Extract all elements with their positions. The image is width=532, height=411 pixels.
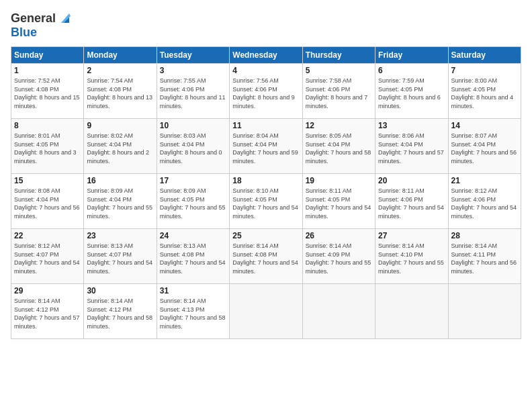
- day-number: 15: [14, 176, 81, 185]
- day-info: Sunrise: 8:12 AMSunset: 4:07 PMDaylight:…: [14, 242, 81, 275]
- day-number: 12: [306, 121, 372, 130]
- day-info: Sunrise: 8:11 AMSunset: 4:05 PMDaylight:…: [306, 187, 372, 220]
- day-info: Sunrise: 8:12 AMSunset: 4:06 PMDaylight:…: [451, 187, 518, 220]
- calendar-week-1: 1Sunrise: 7:52 AMSunset: 4:08 PMDaylight…: [11, 64, 521, 119]
- calendar-cell: 13Sunrise: 8:06 AMSunset: 4:04 PMDayligh…: [375, 119, 448, 174]
- logo-icon: [57, 11, 72, 26]
- calendar-week-4: 22Sunrise: 8:12 AMSunset: 4:07 PMDayligh…: [11, 229, 521, 284]
- day-number: 9: [87, 121, 153, 130]
- calendar-cell: 28Sunrise: 8:14 AMSunset: 4:11 PMDayligh…: [448, 229, 521, 284]
- calendar-cell: 27Sunrise: 8:14 AMSunset: 4:10 PMDayligh…: [375, 229, 448, 284]
- calendar-cell: 30Sunrise: 8:14 AMSunset: 4:12 PMDayligh…: [84, 284, 157, 339]
- calendar-cell: 1Sunrise: 7:52 AMSunset: 4:08 PMDaylight…: [11, 64, 84, 119]
- calendar-cell: 23Sunrise: 8:13 AMSunset: 4:07 PMDayligh…: [84, 229, 157, 284]
- calendar-week-5: 29Sunrise: 8:14 AMSunset: 4:12 PMDayligh…: [11, 284, 521, 339]
- calendar-cell: 6Sunrise: 7:59 AMSunset: 4:05 PMDaylight…: [375, 64, 448, 119]
- day-info: Sunrise: 7:59 AMSunset: 4:05 PMDaylight:…: [378, 77, 445, 110]
- day-number: 18: [232, 176, 299, 185]
- day-info: Sunrise: 8:09 AMSunset: 4:04 PMDaylight:…: [87, 187, 153, 220]
- calendar-cell: 24Sunrise: 8:13 AMSunset: 4:08 PMDayligh…: [157, 229, 229, 284]
- calendar-week-3: 15Sunrise: 8:08 AMSunset: 4:04 PMDayligh…: [11, 174, 521, 229]
- day-info: Sunrise: 8:14 AMSunset: 4:13 PMDaylight:…: [160, 297, 226, 330]
- calendar-cell: 10Sunrise: 8:03 AMSunset: 4:04 PMDayligh…: [157, 119, 229, 174]
- day-number: 28: [451, 231, 518, 240]
- day-info: Sunrise: 7:54 AMSunset: 4:08 PMDaylight:…: [87, 77, 153, 110]
- day-number: 16: [87, 176, 153, 185]
- day-number: 17: [160, 176, 226, 185]
- weekday-header-saturday: Saturday: [448, 47, 521, 64]
- calendar-cell: 2Sunrise: 7:54 AMSunset: 4:08 PMDaylight…: [84, 64, 157, 119]
- day-info: Sunrise: 8:09 AMSunset: 4:05 PMDaylight:…: [160, 187, 226, 220]
- day-info: Sunrise: 8:07 AMSunset: 4:04 PMDaylight:…: [451, 132, 518, 165]
- calendar-cell: 25Sunrise: 8:14 AMSunset: 4:08 PMDayligh…: [230, 229, 302, 284]
- day-number: 27: [378, 231, 445, 240]
- day-number: 1: [14, 66, 81, 75]
- calendar-cell: 21Sunrise: 8:12 AMSunset: 4:06 PMDayligh…: [448, 174, 521, 229]
- calendar-cell: 8Sunrise: 8:01 AMSunset: 4:05 PMDaylight…: [11, 119, 84, 174]
- day-info: Sunrise: 8:14 AMSunset: 4:10 PMDaylight:…: [378, 242, 445, 275]
- logo-general-text: General: [11, 11, 56, 26]
- weekday-header-tuesday: Tuesday: [157, 47, 229, 64]
- day-number: 20: [378, 176, 445, 185]
- day-info: Sunrise: 8:08 AMSunset: 4:04 PMDaylight:…: [14, 187, 81, 220]
- page: General Blue SundayMondayTuesdayWednesda…: [0, 0, 532, 411]
- day-info: Sunrise: 8:14 AMSunset: 4:12 PMDaylight:…: [14, 297, 81, 330]
- calendar-cell: 18Sunrise: 8:10 AMSunset: 4:05 PMDayligh…: [230, 174, 302, 229]
- day-number: 13: [378, 121, 445, 130]
- calendar-cell: 31Sunrise: 8:14 AMSunset: 4:13 PMDayligh…: [157, 284, 229, 339]
- day-info: Sunrise: 8:06 AMSunset: 4:04 PMDaylight:…: [378, 132, 445, 165]
- day-info: Sunrise: 8:13 AMSunset: 4:07 PMDaylight:…: [87, 242, 153, 275]
- day-number: 5: [306, 66, 372, 75]
- calendar-cell: 15Sunrise: 8:08 AMSunset: 4:04 PMDayligh…: [11, 174, 84, 229]
- calendar-header-row: SundayMondayTuesdayWednesdayThursdayFrid…: [11, 47, 521, 64]
- day-number: 30: [87, 286, 153, 295]
- calendar-week-2: 8Sunrise: 8:01 AMSunset: 4:05 PMDaylight…: [11, 119, 521, 174]
- calendar-cell: 7Sunrise: 8:00 AMSunset: 4:05 PMDaylight…: [448, 64, 521, 119]
- calendar-cell: 5Sunrise: 7:58 AMSunset: 4:06 PMDaylight…: [302, 64, 375, 119]
- logo-blue-text: Blue: [11, 26, 72, 40]
- day-info: Sunrise: 8:14 AMSunset: 4:09 PMDaylight:…: [306, 242, 372, 275]
- day-number: 23: [87, 231, 153, 240]
- day-number: 26: [306, 231, 372, 240]
- calendar-cell: 11Sunrise: 8:04 AMSunset: 4:04 PMDayligh…: [230, 119, 302, 174]
- calendar-cell: 4Sunrise: 7:56 AMSunset: 4:06 PMDaylight…: [230, 64, 302, 119]
- calendar-cell: 12Sunrise: 8:05 AMSunset: 4:04 PMDayligh…: [302, 119, 375, 174]
- day-number: 10: [160, 121, 226, 130]
- calendar-cell: 3Sunrise: 7:55 AMSunset: 4:06 PMDaylight…: [157, 64, 229, 119]
- day-number: 3: [160, 66, 226, 75]
- weekday-header-thursday: Thursday: [302, 47, 375, 64]
- day-number: 25: [232, 231, 299, 240]
- day-info: Sunrise: 7:52 AMSunset: 4:08 PMDaylight:…: [14, 77, 81, 110]
- weekday-header-sunday: Sunday: [11, 47, 84, 64]
- calendar-cell: [448, 284, 521, 339]
- day-number: 7: [451, 66, 518, 75]
- day-info: Sunrise: 8:14 AMSunset: 4:11 PMDaylight:…: [451, 242, 518, 275]
- day-number: 29: [14, 286, 81, 295]
- logo: General Blue: [11, 11, 72, 40]
- calendar-cell: 19Sunrise: 8:11 AMSunset: 4:05 PMDayligh…: [302, 174, 375, 229]
- calendar-cell: 17Sunrise: 8:09 AMSunset: 4:05 PMDayligh…: [157, 174, 229, 229]
- calendar-cell: [302, 284, 375, 339]
- day-info: Sunrise: 8:00 AMSunset: 4:05 PMDaylight:…: [451, 77, 518, 110]
- day-info: Sunrise: 8:04 AMSunset: 4:04 PMDaylight:…: [232, 132, 299, 165]
- day-info: Sunrise: 8:10 AMSunset: 4:05 PMDaylight:…: [232, 187, 299, 220]
- day-number: 4: [232, 66, 299, 75]
- day-info: Sunrise: 8:05 AMSunset: 4:04 PMDaylight:…: [306, 132, 372, 165]
- day-number: 6: [378, 66, 445, 75]
- day-number: 24: [160, 231, 226, 240]
- day-number: 22: [14, 231, 81, 240]
- day-number: 8: [14, 121, 81, 130]
- day-info: Sunrise: 7:58 AMSunset: 4:06 PMDaylight:…: [306, 77, 372, 110]
- weekday-header-friday: Friday: [375, 47, 448, 64]
- calendar-cell: [230, 284, 302, 339]
- day-info: Sunrise: 8:14 AMSunset: 4:12 PMDaylight:…: [87, 297, 153, 330]
- day-info: Sunrise: 7:56 AMSunset: 4:06 PMDaylight:…: [232, 77, 299, 110]
- day-info: Sunrise: 8:01 AMSunset: 4:05 PMDaylight:…: [14, 132, 81, 165]
- calendar-cell: 22Sunrise: 8:12 AMSunset: 4:07 PMDayligh…: [11, 229, 84, 284]
- day-number: 11: [232, 121, 299, 130]
- day-info: Sunrise: 8:11 AMSunset: 4:06 PMDaylight:…: [378, 187, 445, 220]
- calendar-cell: 26Sunrise: 8:14 AMSunset: 4:09 PMDayligh…: [302, 229, 375, 284]
- day-number: 31: [160, 286, 226, 295]
- calendar-table: SundayMondayTuesdayWednesdayThursdayFrid…: [11, 46, 521, 339]
- calendar-cell: 16Sunrise: 8:09 AMSunset: 4:04 PMDayligh…: [84, 174, 157, 229]
